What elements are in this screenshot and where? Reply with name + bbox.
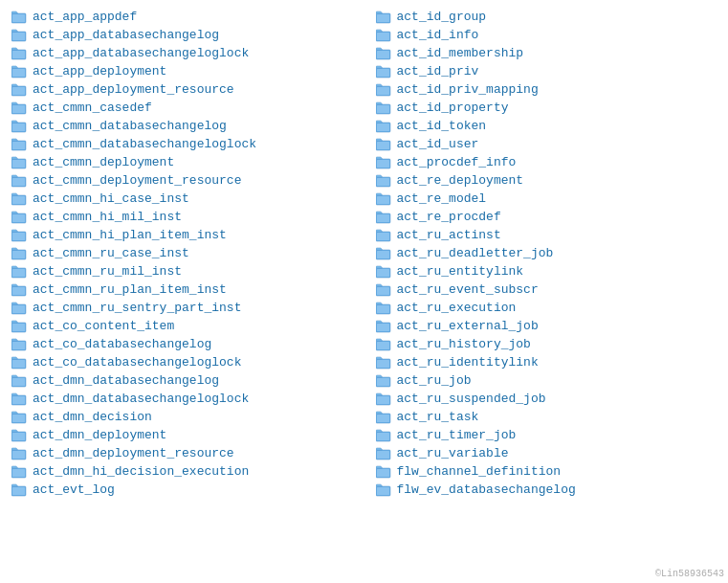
list-item[interactable]: act_ru_job [372, 371, 721, 390]
list-item[interactable]: act_re_model [372, 190, 721, 208]
list-item[interactable]: act_dmn_hi_decision_execution [8, 462, 357, 481]
list-item[interactable]: act_ru_deadletter_job [372, 244, 721, 262]
svg-rect-97 [377, 396, 389, 404]
folder-icon [376, 65, 391, 78]
list-item[interactable]: act_id_user [372, 135, 721, 153]
list-item[interactable]: act_ru_external_job [372, 317, 721, 335]
list-item[interactable]: act_dmn_databasechangeloglock [8, 390, 357, 408]
list-item[interactable]: act_ru_suspended_job [372, 390, 721, 408]
list-item[interactable]: act_cmmn_ru_mil_inst [8, 262, 357, 280]
list-item[interactable]: act_evt_log [8, 481, 357, 499]
list-item[interactable]: act_re_deployment [372, 171, 721, 190]
folder-icon [376, 229, 391, 242]
list-item[interactable]: act_ru_task [372, 408, 721, 426]
list-item[interactable]: act_cmmn_ru_plan_item_inst [8, 280, 357, 299]
list-item[interactable]: act_app_deployment_resource [8, 80, 357, 99]
list-item[interactable]: act_re_procdef [372, 208, 721, 226]
list-item[interactable]: act_dmn_deployment [8, 426, 357, 444]
folder-icon [376, 211, 391, 224]
item-label: act_re_deployment [397, 173, 524, 188]
list-item[interactable]: act_dmn_deployment_resource [8, 444, 357, 462]
list-item[interactable]: act_ru_timer_job [372, 426, 721, 444]
item-label: act_id_group [397, 10, 487, 24]
list-item[interactable]: act_ru_variable [372, 444, 721, 462]
list-item[interactable]: act_cmmn_databasechangeloglock [8, 135, 357, 153]
folder-icon [11, 338, 27, 351]
list-item[interactable]: act_ru_identitylink [372, 353, 721, 371]
list-item[interactable]: act_cmmn_ru_case_inst [8, 244, 357, 262]
list-item[interactable]: act_ru_history_job [372, 335, 721, 353]
svg-rect-9 [12, 87, 25, 95]
item-label: act_id_membership [397, 46, 524, 60]
list-item[interactable]: act_cmmn_databasechangelog [8, 117, 357, 135]
list-item[interactable]: act_id_token [372, 117, 721, 135]
item-label: act_dmn_databasechangeloglock [33, 392, 249, 406]
svg-rect-3 [12, 33, 25, 40]
list-item[interactable]: act_id_priv_mapping [372, 80, 721, 99]
svg-rect-13 [12, 123, 25, 131]
svg-rect-41 [12, 378, 25, 386]
list-item[interactable]: act_cmmn_ru_sentry_part_inst [8, 299, 357, 317]
list-item[interactable]: act_app_appdef [8, 8, 357, 26]
svg-rect-95 [377, 378, 389, 386]
list-item[interactable]: act_procdef_info [372, 153, 721, 171]
item-label: act_dmn_deployment [33, 428, 166, 442]
list-item[interactable]: act_cmmn_hi_plan_item_inst [8, 226, 357, 244]
list-item[interactable]: flw_channel_definition [372, 462, 721, 481]
list-item[interactable]: act_dmn_databasechangelog [8, 371, 357, 390]
svg-rect-77 [377, 214, 389, 222]
folder-icon [11, 392, 27, 406]
list-item[interactable]: act_app_databasechangelog [8, 26, 357, 44]
list-item[interactable]: act_cmmn_hi_case_inst [8, 190, 357, 208]
list-item[interactable]: act_cmmn_hi_mil_inst [8, 208, 357, 226]
folder-icon [11, 101, 27, 115]
svg-rect-87 [377, 305, 389, 313]
list-item[interactable]: act_id_property [372, 99, 721, 117]
folder-icon [376, 101, 391, 115]
list-item[interactable]: act_dmn_decision [8, 408, 357, 426]
list-item[interactable]: act_id_priv [372, 62, 721, 80]
item-label: act_id_token [397, 119, 487, 133]
svg-rect-91 [377, 342, 389, 349]
item-label: act_id_priv_mapping [397, 82, 539, 97]
list-item[interactable]: act_id_group [372, 8, 721, 26]
svg-rect-39 [12, 360, 25, 368]
list-item[interactable]: act_ru_entitylink [372, 262, 721, 280]
list-item[interactable]: act_ru_actinst [372, 226, 721, 244]
folder-icon [376, 356, 391, 370]
list-item[interactable]: act_id_info [372, 26, 721, 44]
item-label: act_cmmn_deployment [33, 155, 174, 169]
svg-rect-85 [377, 287, 389, 295]
list-item[interactable]: act_app_deployment [8, 62, 357, 80]
right-column: act_id_group act_id_info act_id_membersh… [364, 8, 729, 575]
folder-icon [11, 211, 27, 224]
item-label: act_cmmn_hi_plan_item_inst [33, 228, 227, 242]
svg-rect-69 [377, 142, 389, 149]
svg-rect-37 [12, 342, 25, 349]
item-label: act_co_databasechangelog [33, 337, 211, 351]
list-item[interactable]: act_app_databasechangeloglock [8, 44, 357, 62]
list-item[interactable]: act_id_membership [372, 44, 721, 62]
list-item[interactable]: act_cmmn_deployment_resource [8, 171, 357, 190]
item-label: act_ru_external_job [397, 319, 539, 333]
list-item[interactable]: act_ru_event_subscr [372, 280, 721, 299]
svg-rect-73 [377, 178, 389, 186]
svg-rect-89 [377, 324, 389, 331]
list-item[interactable]: act_co_databasechangelog [8, 335, 357, 353]
list-item[interactable]: act_cmmn_deployment [8, 153, 357, 171]
list-item[interactable]: act_cmmn_casedef [8, 99, 357, 117]
list-item[interactable]: act_co_databasechangeloglock [8, 353, 357, 371]
item-label: act_cmmn_databasechangelog [33, 119, 227, 133]
folder-icon [11, 356, 27, 370]
folder-icon [11, 483, 27, 497]
item-label: act_ru_task [397, 410, 479, 424]
list-item[interactable]: act_ru_execution [372, 299, 721, 317]
list-item[interactable]: act_co_content_item [8, 317, 357, 335]
svg-rect-31 [12, 287, 25, 295]
item-label: act_ru_actinst [397, 228, 501, 242]
svg-rect-101 [377, 433, 389, 440]
list-item[interactable]: flw_ev_databasechangelog [372, 481, 721, 499]
svg-rect-7 [12, 69, 25, 77]
item-label: act_ru_execution [397, 301, 517, 315]
item-label: act_co_content_item [33, 319, 174, 333]
